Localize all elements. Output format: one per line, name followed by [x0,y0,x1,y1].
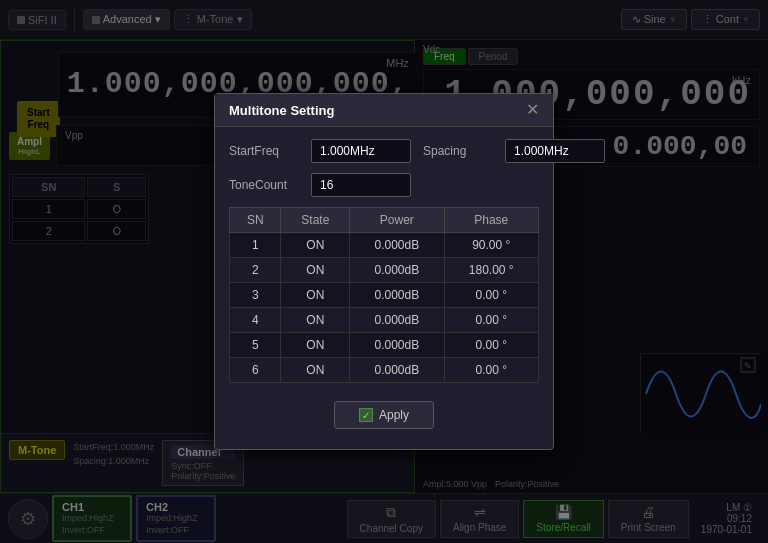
modal-row-1: StartFreq Spacing [229,139,539,163]
tone-cell-6-1: ON [281,358,350,383]
table-row[interactable]: 5ON0.000dB0.00 ° [230,333,539,358]
spacing-label: Spacing [423,144,493,158]
tone-cell-4-1: ON [281,308,350,333]
tone-cell-2-0: 2 [230,258,281,283]
tone-cell-1-1: ON [281,233,350,258]
tone-cell-2-1: ON [281,258,350,283]
tone-cell-6-2: 0.000dB [350,358,444,383]
tone-cell-6-0: 6 [230,358,281,383]
modal-title: Multitone Setting [229,103,334,118]
tone-cell-5-2: 0.000dB [350,333,444,358]
table-row[interactable]: 3ON0.000dB0.00 ° [230,283,539,308]
tone-table: SN State Power Phase 1ON0.000dB90.00 °2O… [229,207,539,383]
start-freq-label: StartFreq [229,144,299,158]
tone-cell-3-1: ON [281,283,350,308]
table-row[interactable]: 4ON0.000dB0.00 ° [230,308,539,333]
tone-cell-6-3: 0.00 ° [444,358,539,383]
tone-cell-3-3: 0.00 ° [444,283,539,308]
tone-cell-5-1: ON [281,333,350,358]
col-sn: SN [230,208,281,233]
col-power: Power [350,208,444,233]
tone-cell-2-3: 180.00 ° [444,258,539,283]
tone-count-label: ToneCount [229,178,299,192]
modal-row-2: ToneCount [229,173,539,197]
tone-cell-4-2: 0.000dB [350,308,444,333]
multitone-modal: Multitone Setting ✕ StartFreq Spacing To… [214,93,554,450]
tone-cell-4-3: 0.00 ° [444,308,539,333]
apply-label: Apply [379,408,409,422]
tone-cell-3-0: 3 [230,283,281,308]
tone-cell-4-0: 4 [230,308,281,333]
apply-row: ✓ Apply [229,393,539,437]
tone-cell-5-0: 5 [230,333,281,358]
apply-button[interactable]: ✓ Apply [334,401,434,429]
modal-body: StartFreq Spacing ToneCount SN State [215,127,553,449]
tone-cell-2-2: 0.000dB [350,258,444,283]
tone-cell-5-3: 0.00 ° [444,333,539,358]
col-phase: Phase [444,208,539,233]
apply-checkbox-icon: ✓ [359,408,373,422]
tone-cell-1-3: 90.00 ° [444,233,539,258]
spacing-input[interactable] [505,139,605,163]
table-row[interactable]: 1ON0.000dB90.00 ° [230,233,539,258]
modal-close-button[interactable]: ✕ [526,102,539,118]
main-container: SiFI II Advanced ▾ ⋮ M-Tone ▾ ∿ Sine ▾ ⋮… [0,0,768,543]
modal-header: Multitone Setting ✕ [215,94,553,127]
modal-overlay: Multitone Setting ✕ StartFreq Spacing To… [0,0,768,543]
tone-count-input[interactable] [311,173,411,197]
table-row[interactable]: 6ON0.000dB0.00 ° [230,358,539,383]
table-row[interactable]: 2ON0.000dB180.00 ° [230,258,539,283]
start-freq-input[interactable] [311,139,411,163]
tone-cell-1-0: 1 [230,233,281,258]
col-state: State [281,208,350,233]
tone-cell-1-2: 0.000dB [350,233,444,258]
tone-cell-3-2: 0.000dB [350,283,444,308]
